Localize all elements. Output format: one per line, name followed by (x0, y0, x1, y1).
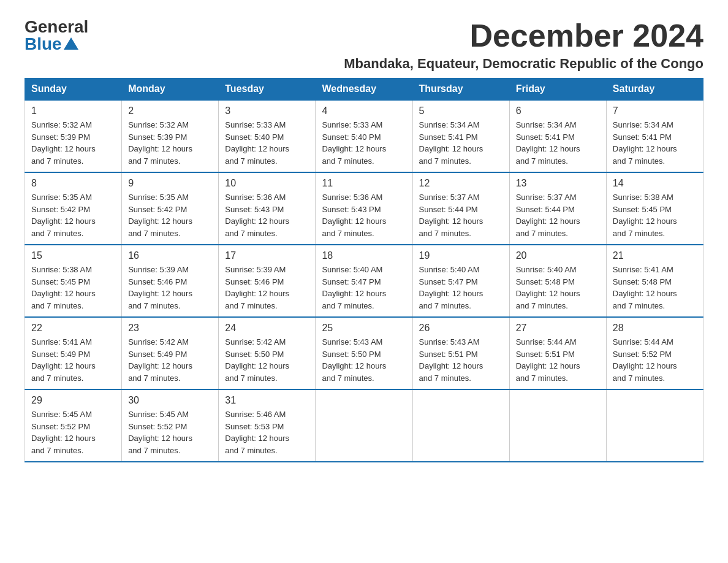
logo-general-text: General (25, 18, 88, 36)
day-number: 28 (613, 323, 697, 334)
day-info: Sunrise: 5:44 AM Sunset: 5:52 PM Dayligh… (613, 336, 697, 384)
day-number: 14 (613, 178, 697, 189)
day-info: Sunrise: 5:42 AM Sunset: 5:49 PM Dayligh… (128, 336, 212, 384)
day-info: Sunrise: 5:37 AM Sunset: 5:44 PM Dayligh… (419, 191, 503, 239)
day-info: Sunrise: 5:42 AM Sunset: 5:50 PM Dayligh… (225, 336, 309, 384)
calendar-cell: 8 Sunrise: 5:35 AM Sunset: 5:42 PM Dayli… (25, 172, 122, 245)
calendar-cell (509, 389, 606, 462)
calendar-cell (606, 389, 703, 462)
day-info: Sunrise: 5:34 AM Sunset: 5:41 PM Dayligh… (516, 119, 600, 167)
day-number: 22 (31, 323, 115, 334)
calendar-cell: 24 Sunrise: 5:42 AM Sunset: 5:50 PM Dayl… (219, 317, 316, 389)
month-title: December 2024 (344, 18, 703, 53)
day-number: 27 (516, 323, 600, 334)
day-number: 3 (225, 105, 309, 117)
day-info: Sunrise: 5:45 AM Sunset: 5:52 PM Dayligh… (31, 408, 115, 456)
day-number: 11 (322, 178, 406, 189)
calendar-cell: 30 Sunrise: 5:45 AM Sunset: 5:52 PM Dayl… (122, 389, 219, 462)
calendar-cell: 3 Sunrise: 5:33 AM Sunset: 5:40 PM Dayli… (219, 100, 316, 172)
day-number: 6 (516, 105, 600, 117)
title-area: December 2024 Mbandaka, Equateur, Democr… (344, 18, 703, 72)
calendar-cell: 14 Sunrise: 5:38 AM Sunset: 5:45 PM Dayl… (606, 172, 703, 245)
day-info: Sunrise: 5:34 AM Sunset: 5:41 PM Dayligh… (419, 119, 503, 167)
day-number: 9 (128, 178, 212, 189)
calendar-cell: 21 Sunrise: 5:41 AM Sunset: 5:48 PM Dayl… (606, 245, 703, 317)
logo-blue-text: Blue (25, 36, 88, 53)
calendar-cell: 7 Sunrise: 5:34 AM Sunset: 5:41 PM Dayli… (606, 100, 703, 172)
weekday-header-tuesday: Tuesday (219, 79, 316, 101)
calendar-cell: 26 Sunrise: 5:43 AM Sunset: 5:51 PM Dayl… (412, 317, 509, 389)
day-info: Sunrise: 5:39 AM Sunset: 5:46 PM Dayligh… (225, 264, 309, 312)
day-info: Sunrise: 5:33 AM Sunset: 5:40 PM Dayligh… (225, 119, 309, 167)
day-number: 7 (613, 105, 697, 117)
day-info: Sunrise: 5:36 AM Sunset: 5:43 PM Dayligh… (225, 191, 309, 239)
weekday-header-friday: Friday (509, 79, 606, 101)
day-number: 30 (128, 395, 212, 406)
day-number: 20 (516, 250, 600, 261)
day-info: Sunrise: 5:39 AM Sunset: 5:46 PM Dayligh… (128, 264, 212, 312)
calendar-cell: 18 Sunrise: 5:40 AM Sunset: 5:47 PM Dayl… (316, 245, 412, 317)
calendar-cell: 17 Sunrise: 5:39 AM Sunset: 5:46 PM Dayl… (219, 245, 316, 317)
week-row-1: 1 Sunrise: 5:32 AM Sunset: 5:39 PM Dayli… (25, 100, 703, 172)
calendar-cell (412, 389, 509, 462)
day-number: 16 (128, 250, 212, 261)
day-info: Sunrise: 5:35 AM Sunset: 5:42 PM Dayligh… (31, 191, 115, 239)
day-number: 12 (419, 178, 503, 189)
day-number: 5 (419, 105, 503, 117)
calendar-cell: 19 Sunrise: 5:40 AM Sunset: 5:47 PM Dayl… (412, 245, 509, 317)
day-number: 17 (225, 250, 309, 261)
day-info: Sunrise: 5:44 AM Sunset: 5:51 PM Dayligh… (516, 336, 600, 384)
day-number: 1 (31, 105, 115, 117)
calendar-cell: 29 Sunrise: 5:45 AM Sunset: 5:52 PM Dayl… (25, 389, 122, 462)
day-number: 19 (419, 250, 503, 261)
day-number: 8 (31, 178, 115, 189)
day-info: Sunrise: 5:40 AM Sunset: 5:47 PM Dayligh… (322, 264, 406, 312)
weekday-header-row: SundayMondayTuesdayWednesdayThursdayFrid… (25, 79, 703, 101)
calendar-cell: 12 Sunrise: 5:37 AM Sunset: 5:44 PM Dayl… (412, 172, 509, 245)
day-info: Sunrise: 5:35 AM Sunset: 5:42 PM Dayligh… (128, 191, 212, 239)
day-info: Sunrise: 5:37 AM Sunset: 5:44 PM Dayligh… (516, 191, 600, 239)
day-info: Sunrise: 5:33 AM Sunset: 5:40 PM Dayligh… (322, 119, 406, 167)
calendar-cell: 9 Sunrise: 5:35 AM Sunset: 5:42 PM Dayli… (122, 172, 219, 245)
weekday-header-saturday: Saturday (606, 79, 703, 101)
calendar-cell: 27 Sunrise: 5:44 AM Sunset: 5:51 PM Dayl… (509, 317, 606, 389)
day-info: Sunrise: 5:43 AM Sunset: 5:51 PM Dayligh… (419, 336, 503, 384)
day-number: 15 (31, 250, 115, 261)
week-row-4: 22 Sunrise: 5:41 AM Sunset: 5:49 PM Dayl… (25, 317, 703, 389)
calendar-cell: 31 Sunrise: 5:46 AM Sunset: 5:53 PM Dayl… (219, 389, 316, 462)
calendar-cell: 11 Sunrise: 5:36 AM Sunset: 5:43 PM Dayl… (316, 172, 412, 245)
calendar-cell: 13 Sunrise: 5:37 AM Sunset: 5:44 PM Dayl… (509, 172, 606, 245)
weekday-header-wednesday: Wednesday (316, 79, 412, 101)
calendar-cell: 28 Sunrise: 5:44 AM Sunset: 5:52 PM Dayl… (606, 317, 703, 389)
calendar-cell: 16 Sunrise: 5:39 AM Sunset: 5:46 PM Dayl… (122, 245, 219, 317)
day-info: Sunrise: 5:32 AM Sunset: 5:39 PM Dayligh… (31, 119, 115, 167)
calendar-cell: 6 Sunrise: 5:34 AM Sunset: 5:41 PM Dayli… (509, 100, 606, 172)
calendar-cell (316, 389, 412, 462)
day-number: 13 (516, 178, 600, 189)
day-info: Sunrise: 5:46 AM Sunset: 5:53 PM Dayligh… (225, 408, 309, 456)
day-number: 21 (613, 250, 697, 261)
day-info: Sunrise: 5:32 AM Sunset: 5:39 PM Dayligh… (128, 119, 212, 167)
day-info: Sunrise: 5:43 AM Sunset: 5:50 PM Dayligh… (322, 336, 406, 384)
day-info: Sunrise: 5:36 AM Sunset: 5:43 PM Dayligh… (322, 191, 406, 239)
calendar-cell: 22 Sunrise: 5:41 AM Sunset: 5:49 PM Dayl… (25, 317, 122, 389)
page-header: General Blue December 2024 Mbandaka, Equ… (25, 18, 703, 72)
calendar-cell: 5 Sunrise: 5:34 AM Sunset: 5:41 PM Dayli… (412, 100, 509, 172)
weekday-header-thursday: Thursday (412, 79, 509, 101)
day-number: 31 (225, 395, 309, 406)
day-info: Sunrise: 5:41 AM Sunset: 5:49 PM Dayligh… (31, 336, 115, 384)
logo: General Blue (25, 18, 88, 53)
day-number: 26 (419, 323, 503, 334)
day-info: Sunrise: 5:38 AM Sunset: 5:45 PM Dayligh… (31, 264, 115, 312)
day-number: 23 (128, 323, 212, 334)
calendar-table: SundayMondayTuesdayWednesdayThursdayFrid… (25, 78, 703, 462)
day-info: Sunrise: 5:40 AM Sunset: 5:47 PM Dayligh… (419, 264, 503, 312)
location-title: Mbandaka, Equateur, Democratic Republic … (344, 56, 703, 72)
calendar-cell: 23 Sunrise: 5:42 AM Sunset: 5:49 PM Dayl… (122, 317, 219, 389)
calendar-cell: 4 Sunrise: 5:33 AM Sunset: 5:40 PM Dayli… (316, 100, 412, 172)
week-row-5: 29 Sunrise: 5:45 AM Sunset: 5:52 PM Dayl… (25, 389, 703, 462)
day-number: 18 (322, 250, 406, 261)
calendar-cell: 25 Sunrise: 5:43 AM Sunset: 5:50 PM Dayl… (316, 317, 412, 389)
weekday-header-sunday: Sunday (25, 79, 122, 101)
calendar-cell: 2 Sunrise: 5:32 AM Sunset: 5:39 PM Dayli… (122, 100, 219, 172)
